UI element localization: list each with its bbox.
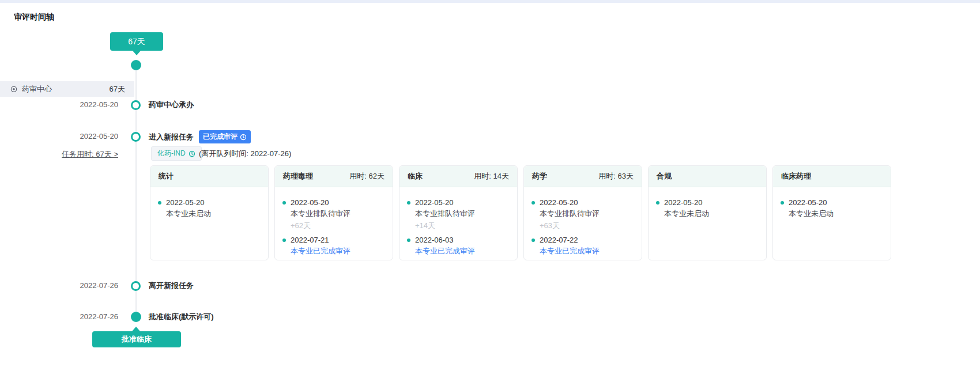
event-title-row: 进入新报任务 已完成审评 bbox=[149, 130, 251, 143]
card-clinical-pharmacology: 临床药理 2022-05-20 本专业未启动 bbox=[772, 165, 891, 260]
approval-tooltip-label: 批准临床 bbox=[122, 335, 152, 343]
event-dot-hollow bbox=[131, 281, 141, 291]
bullet-icon bbox=[532, 239, 535, 242]
card-pharmacy: 药学 用时: 63天 2022-05-20 本专业排队待审评 +63天 2022… bbox=[523, 165, 642, 260]
entry-date: 2022-07-22 bbox=[540, 234, 600, 245]
event-dot-filled bbox=[131, 312, 141, 322]
bullet-icon bbox=[407, 201, 410, 205]
card-duration: 用时: 14天 bbox=[474, 171, 509, 181]
top-divider bbox=[0, 0, 980, 3]
clock-icon bbox=[240, 134, 247, 141]
entry-status: 本专业未启动 bbox=[789, 208, 834, 219]
card-body: 2022-05-20 本专业排队待审评 +62天 2022-07-21 本专业已… bbox=[275, 187, 393, 256]
entry-status: 本专业排队待审评 bbox=[291, 208, 350, 219]
card-body: 2022-05-20 本专业未启动 bbox=[150, 187, 268, 219]
entry-date: 2022-05-20 bbox=[789, 197, 834, 208]
card-entry: 2022-06-03 本专业已完成审评 bbox=[407, 234, 510, 256]
event-dot-hollow bbox=[131, 100, 141, 110]
queue-gap-note: +14天 bbox=[415, 221, 510, 231]
card-entry: 2022-05-20 本专业排队待审评 bbox=[532, 197, 634, 219]
card-title: 药理毒理 bbox=[283, 171, 313, 181]
tooltip-arrow-down bbox=[133, 51, 141, 55]
card-title: 临床 bbox=[408, 171, 423, 181]
card-pharmacology-toxicology: 药理毒理 用时: 62天 2022-05-20 本专业排队待审评 +62天 20… bbox=[274, 165, 393, 260]
discipline-cards: 统计 2022-05-20 本专业未启动 药理毒理 用时: 62天 bbox=[150, 165, 891, 260]
entry-date: 2022-07-21 bbox=[291, 234, 350, 245]
card-entry: 2022-05-20 本专业未启动 bbox=[656, 197, 759, 219]
drug-type-tag: 化药-IND bbox=[151, 146, 202, 161]
clock-icon bbox=[189, 150, 195, 157]
card-body: 2022-05-20 本专业排队待审评 +14天 2022-06-03 本专业已… bbox=[399, 187, 517, 256]
review-complete-badge-label: 已完成审评 bbox=[203, 132, 238, 142]
entry-date: 2022-05-20 bbox=[540, 197, 600, 208]
entry-status-link[interactable]: 本专业已完成审评 bbox=[291, 245, 350, 256]
bullet-icon bbox=[158, 201, 161, 205]
bullet-icon bbox=[532, 201, 535, 205]
entry-date: 2022-05-20 bbox=[166, 197, 211, 208]
bullet-icon bbox=[282, 201, 286, 205]
entry-date: 2022-05-20 bbox=[415, 197, 475, 208]
card-duration: 用时: 62天 bbox=[349, 171, 385, 181]
queue-gap-note: +63天 bbox=[540, 221, 634, 231]
card-entry: 2022-05-20 本专业排队待审评 bbox=[407, 197, 510, 219]
approval-tooltip: 批准临床 bbox=[92, 331, 181, 347]
location-icon bbox=[10, 85, 18, 93]
queue-gap-note: +62天 bbox=[291, 221, 385, 231]
card-body: 2022-05-20 本专业未启动 bbox=[649, 187, 766, 219]
card-entry: 2022-05-20 本专业未启动 bbox=[158, 197, 261, 219]
event-title: 批准临床(默示许可) bbox=[149, 312, 214, 322]
card-compliance: 合规 2022-05-20 本专业未启动 bbox=[648, 165, 767, 260]
card-header: 药理毒理 用时: 62天 bbox=[275, 166, 393, 187]
review-center-row: 药审中心 67天 bbox=[0, 81, 134, 97]
entry-status-link[interactable]: 本专业已完成审评 bbox=[540, 245, 600, 256]
total-duration-label: 67天 bbox=[128, 37, 145, 46]
event-date: 2022-07-26 bbox=[55, 281, 118, 291]
total-duration-tooltip: 67天 bbox=[110, 32, 163, 51]
entry-status-link[interactable]: 本专业已完成审评 bbox=[415, 245, 475, 256]
card-title: 统计 bbox=[159, 171, 174, 181]
review-timeline-page: 审评时间轴 67天 药审中心 67天 2022-05-20 药审中心承办 202… bbox=[0, 0, 980, 386]
org-duration: 67天 bbox=[110, 84, 125, 94]
bullet-icon bbox=[407, 239, 410, 242]
event-title: 进入新报任务 bbox=[149, 132, 194, 142]
card-header: 合规 bbox=[649, 166, 766, 187]
card-duration: 用时: 63天 bbox=[598, 171, 634, 181]
entry-status: 本专业排队待审评 bbox=[540, 208, 600, 219]
timeline-start-dot bbox=[131, 60, 141, 70]
queue-leave-note: (离开队列时间: 2022-07-26) bbox=[199, 149, 291, 159]
entry-status: 本专业排队待审评 bbox=[415, 208, 475, 219]
card-body: 2022-05-20 本专业未启动 bbox=[773, 187, 891, 219]
event-date: 2022-05-20 bbox=[55, 100, 118, 110]
card-entry: 2022-05-20 本专业排队待审评 bbox=[282, 197, 385, 219]
card-entry: 2022-07-22 本专业已完成审评 bbox=[532, 234, 634, 256]
entry-date: 2022-06-03 bbox=[415, 234, 475, 245]
card-entry: 2022-07-21 本专业已完成审评 bbox=[282, 234, 385, 256]
card-header: 统计 bbox=[150, 166, 268, 187]
card-body: 2022-05-20 本专业排队待审评 +63天 2022-07-22 本专业已… bbox=[524, 187, 642, 256]
entry-date: 2022-05-20 bbox=[291, 197, 350, 208]
event-title: 药审中心承办 bbox=[149, 100, 194, 110]
card-statistics: 统计 2022-05-20 本专业未启动 bbox=[150, 165, 269, 260]
bullet-icon bbox=[781, 201, 784, 205]
bullet-icon bbox=[282, 239, 286, 242]
card-clinical: 临床 用时: 14天 2022-05-20 本专业排队待审评 +14天 2022… bbox=[399, 165, 518, 260]
event-date: 2022-07-26 bbox=[55, 312, 118, 322]
review-complete-badge: 已完成审评 bbox=[199, 130, 251, 143]
page-title: 审评时间轴 bbox=[14, 12, 54, 22]
card-title: 临床药理 bbox=[781, 171, 811, 181]
event-date: 2022-05-20 bbox=[55, 131, 118, 142]
org-name: 药审中心 bbox=[22, 84, 52, 94]
entry-status: 本专业未启动 bbox=[664, 208, 709, 219]
tooltip-arrow-up bbox=[132, 327, 140, 331]
card-entry: 2022-05-20 本专业未启动 bbox=[781, 197, 883, 219]
card-header: 临床药理 bbox=[773, 166, 891, 187]
event-dot-hollow bbox=[131, 132, 141, 142]
drug-type-label: 化药-IND bbox=[157, 149, 186, 158]
task-duration-link[interactable]: 任务用时: 67天 > bbox=[46, 149, 118, 160]
entry-status: 本专业未启动 bbox=[166, 208, 211, 219]
card-title: 合规 bbox=[657, 171, 672, 181]
event-title: 离开新报任务 bbox=[149, 281, 194, 291]
card-header: 药学 用时: 63天 bbox=[524, 166, 642, 187]
bullet-icon bbox=[656, 201, 659, 205]
card-title: 药学 bbox=[532, 171, 547, 181]
